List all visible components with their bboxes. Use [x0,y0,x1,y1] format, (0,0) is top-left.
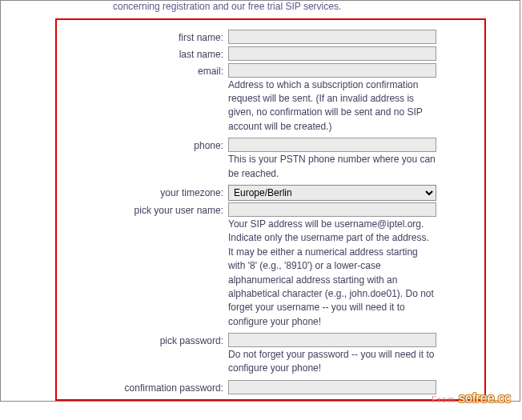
phone-input[interactable] [228,138,436,152]
email-input[interactable] [228,63,436,78]
row-last-name: last name: [63,46,478,62]
field-col: Do not forget your password -- you will … [228,333,478,378]
password-hint: Do not forget your password -- you will … [228,347,436,378]
first-name-input[interactable] [228,30,436,44]
row-confirm-password: confirmation password: [63,380,478,395]
username-hint: Your SIP address will be username@iptel.… [228,217,436,331]
row-first-name: first name: [63,30,478,45]
registration-form: first name: last name: email: Address to… [55,18,486,401]
label-last-name: last name: [63,46,228,62]
label-email: email: [63,63,228,78]
timezone-select[interactable]: Europe/Berlin [228,185,436,201]
label-timezone: your timezone: [63,185,228,200]
row-password: pick password: Do not forget your passwo… [63,333,478,378]
password-input[interactable] [228,333,436,347]
intro-text: concerning registration and our free tri… [1,1,520,18]
row-phone: phone: This is your PSTN phone number wh… [63,138,478,183]
field-col: Your SIP address will be username@iptel.… [228,202,478,331]
field-col [228,30,478,44]
last-name-input[interactable] [228,46,436,61]
username-input[interactable] [228,202,436,217]
phone-hint: This is your PSTN phone number where you… [228,152,436,183]
field-col: Address to which a subscription confirma… [228,63,478,137]
page-container: concerning registration and our free tri… [0,0,520,402]
confirm-password-input[interactable] [228,380,436,394]
label-first-name: first name: [63,30,228,45]
row-email: email: Address to which a subscription c… [63,63,478,137]
field-col: This is your PSTN phone number where you… [228,138,478,183]
row-username: pick your user name: Your SIP address wi… [63,202,478,331]
field-col: Europe/Berlin [228,185,478,201]
field-col [228,46,478,61]
label-confirm-password: confirmation password: [63,380,228,395]
email-hint: Address to which a subscription confirma… [228,78,436,137]
row-timezone: your timezone: Europe/Berlin [63,185,478,201]
label-phone: phone: [63,138,228,153]
label-password: pick password: [63,333,228,348]
field-col [228,380,478,394]
label-username: pick your user name: [63,202,228,218]
